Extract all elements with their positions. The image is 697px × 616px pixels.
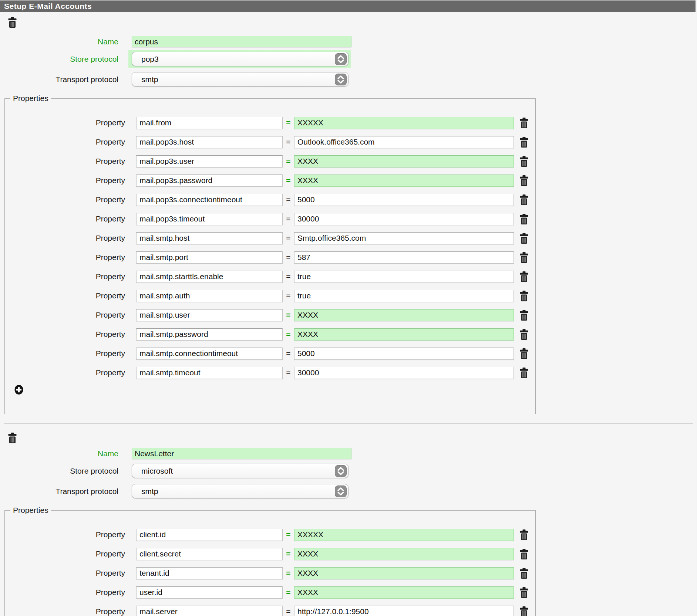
property-row: Property = <box>5 132 535 152</box>
property-value-input[interactable] <box>294 328 514 341</box>
equals-sign: = <box>283 157 294 166</box>
properties-rows: Property = Property = Property = <box>5 113 535 382</box>
property-key-input[interactable] <box>136 586 283 599</box>
delete-property-button[interactable] <box>520 214 528 224</box>
delete-property-button[interactable] <box>520 368 528 378</box>
delete-account-button[interactable] <box>8 433 17 443</box>
store-protocol-select[interactable]: pop3 <box>132 52 348 66</box>
transport-protocol-label: Transport protocol <box>0 75 118 84</box>
add-property-button[interactable] <box>14 385 24 395</box>
property-key-input[interactable] <box>136 117 283 129</box>
delete-account-button[interactable] <box>8 17 17 28</box>
property-value-input[interactable] <box>294 117 514 129</box>
delete-property-button[interactable] <box>520 252 528 263</box>
property-row: Property = <box>5 305 535 325</box>
property-value-input[interactable] <box>294 529 514 541</box>
select-stepper-icon[interactable] <box>335 465 347 477</box>
delete-property-button[interactable] <box>520 291 528 301</box>
property-key-input[interactable] <box>136 232 283 244</box>
property-key-input[interactable] <box>136 155 283 167</box>
property-key-input[interactable] <box>136 175 283 187</box>
delete-property-button[interactable] <box>520 310 528 321</box>
property-label: Property <box>5 176 125 185</box>
delete-property-button[interactable] <box>520 348 528 359</box>
property-label: Property <box>5 234 125 243</box>
delete-property-button[interactable] <box>520 156 528 167</box>
property-value-input[interactable] <box>294 136 514 148</box>
property-label: Property <box>5 195 125 204</box>
delete-property-button[interactable] <box>520 568 528 579</box>
select-stepper-icon[interactable] <box>335 485 347 497</box>
property-key-input[interactable] <box>136 529 283 541</box>
store-protocol-highlight: pop3 <box>128 50 351 68</box>
property-value-input[interactable] <box>294 290 514 302</box>
property-value-input[interactable] <box>294 175 514 187</box>
delete-property-button[interactable] <box>520 118 528 128</box>
property-row: Property = <box>5 602 535 616</box>
equals-sign: = <box>283 291 294 300</box>
property-value-input[interactable] <box>294 586 514 599</box>
property-value-input[interactable] <box>294 155 514 167</box>
property-value-input[interactable] <box>294 348 514 360</box>
transport-protocol-select[interactable]: smtp <box>132 72 348 87</box>
trash-icon <box>520 124 528 129</box>
property-key-input[interactable] <box>136 548 283 560</box>
property-value-input[interactable] <box>294 567 514 579</box>
property-row: Property = <box>5 286 535 305</box>
property-key-input[interactable] <box>136 271 283 283</box>
property-key-input[interactable] <box>136 136 283 148</box>
property-key-input[interactable] <box>136 213 283 225</box>
property-row: Property = <box>5 544 535 563</box>
property-value-input[interactable] <box>294 309 514 321</box>
select-stepper-icon[interactable] <box>335 74 347 85</box>
store-protocol-select[interactable]: microsoft <box>132 464 348 478</box>
property-key-input[interactable] <box>136 328 283 341</box>
delete-property-button[interactable] <box>520 587 528 598</box>
account-name-input[interactable] <box>132 448 351 459</box>
equals-sign: = <box>283 138 294 146</box>
property-key-input[interactable] <box>136 567 283 579</box>
property-value-input[interactable] <box>294 606 514 616</box>
properties-rows: Property = Property = Property = <box>5 525 535 616</box>
properties-legend: Properties <box>10 506 51 515</box>
delete-property-button[interactable] <box>520 194 528 205</box>
property-label: Property <box>5 588 125 597</box>
property-label: Property <box>5 138 125 146</box>
store-protocol-row: Store protocol microsoft <box>0 462 697 480</box>
property-value-input[interactable] <box>294 271 514 283</box>
property-key-input[interactable] <box>136 290 283 302</box>
property-key-input[interactable] <box>136 309 283 321</box>
delete-property-button[interactable] <box>520 329 528 340</box>
property-value-input[interactable] <box>294 213 514 225</box>
delete-property-button[interactable] <box>520 175 528 186</box>
trash-icon <box>8 439 17 444</box>
transport-protocol-select[interactable]: smtp <box>132 484 348 498</box>
delete-property-button[interactable] <box>520 549 528 559</box>
property-key-input[interactable] <box>136 367 283 379</box>
trash-icon <box>520 374 528 379</box>
property-key-input[interactable] <box>136 251 283 264</box>
property-key-input[interactable] <box>136 606 283 616</box>
name-label: Name <box>0 37 118 46</box>
property-value-input[interactable] <box>294 194 514 206</box>
property-key-input[interactable] <box>136 348 283 360</box>
trash-icon <box>520 613 528 616</box>
trash-icon <box>520 574 528 580</box>
trash-icon <box>520 162 528 168</box>
delete-property-button[interactable] <box>520 529 528 540</box>
property-key-input[interactable] <box>136 194 283 206</box>
select-stepper-icon[interactable] <box>335 53 347 65</box>
property-value-input[interactable] <box>294 232 514 244</box>
property-row: Property = <box>5 209 535 229</box>
delete-property-button[interactable] <box>520 271 528 282</box>
property-value-input[interactable] <box>294 367 514 379</box>
property-row: Property = <box>5 190 535 209</box>
properties-fieldset: Properties Property = Property = Propert… <box>4 94 536 414</box>
property-row: Property = <box>5 171 535 190</box>
property-value-input[interactable] <box>294 548 514 560</box>
delete-property-button[interactable] <box>520 137 528 148</box>
delete-property-button[interactable] <box>520 606 528 616</box>
account-name-input[interactable] <box>132 36 351 47</box>
delete-property-button[interactable] <box>520 233 528 244</box>
property-value-input[interactable] <box>294 251 514 264</box>
